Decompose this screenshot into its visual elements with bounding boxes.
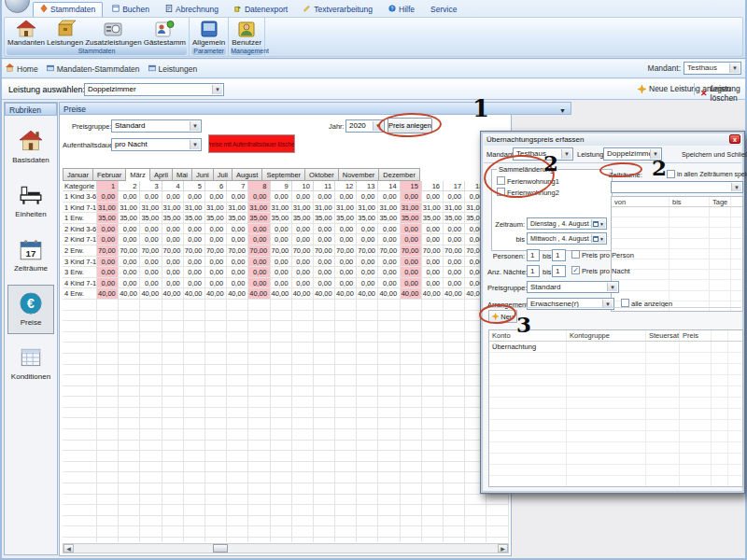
price-cell[interactable]: 0,00 [162,234,184,245]
leistung-select[interactable]: Doppelzimmer ▼ [84,83,224,96]
ribbon-tab-hilfe[interactable]: ?Hilfe [382,2,421,17]
price-cell[interactable]: 35,00 [205,213,227,224]
price-cell[interactable]: 40,00 [227,288,248,300]
price-cell[interactable]: 31,00 [335,203,357,214]
price-cell[interactable]: 35,00 [444,213,465,224]
price-cell[interactable]: 0,00 [444,224,465,235]
price-cell[interactable]: 35,00 [292,213,314,224]
month-tab-november[interactable]: November [339,168,380,181]
price-cell[interactable]: 40,00 [422,288,444,300]
price-cell[interactable]: 0,00 [248,234,270,245]
price-cell[interactable]: 31,00 [248,203,270,214]
price-cell[interactable]: 0,00 [184,257,205,268]
price-cell[interactable]: 0,00 [271,234,292,245]
price-cell[interactable]: 0,00 [140,191,162,203]
price-cell[interactable]: 31,00 [444,203,465,214]
zeitraeume-checkbox[interactable] [667,170,675,178]
price-cell[interactable]: 0,00 [357,257,378,268]
ribbon-button-mandanten[interactable]: Mandanten [7,19,46,47]
price-cell[interactable]: 70,00 [357,245,378,257]
price-cell[interactable]: 0,00 [422,224,444,235]
price-cell[interactable]: 31,00 [140,203,162,214]
price-cell[interactable]: 0,00 [184,224,205,235]
price-cell[interactable]: 0,00 [205,191,227,203]
price-cell[interactable]: 35,00 [401,213,422,224]
price-cell[interactable]: 0,00 [248,278,270,289]
price-cell[interactable]: 70,00 [227,245,248,257]
price-cell[interactable]: 0,00 [97,257,119,268]
price-cell[interactable]: 35,00 [357,213,378,224]
konto-table[interactable]: KontoKontogruppeSteuersatzPreisÜbernacht… [488,329,743,487]
price-cell[interactable]: 0,00 [205,278,227,289]
price-cell[interactable]: 0,00 [444,278,465,289]
chevron-down-icon[interactable]: ▼ [559,105,566,117]
price-cell[interactable]: 35,00 [335,213,357,224]
price-cell[interactable]: 35,00 [271,213,292,224]
price-cell[interactable]: 35,00 [140,213,162,224]
month-tab-juli[interactable]: Juli [214,168,233,181]
scroll-right-icon[interactable]: ▶ [498,544,508,553]
price-cell[interactable]: 70,00 [444,245,465,257]
price-cell[interactable]: 0,00 [401,278,422,289]
ribbon-button-zusatzleistungen[interactable]: Zusatzleistungen [84,19,142,47]
price-cell[interactable]: 0,00 [162,257,184,268]
ribbon-button-benutzer[interactable]: Benutzer [231,19,262,47]
price-cell[interactable]: 0,00 [271,257,292,268]
price-cell[interactable]: 0,00 [248,224,270,235]
ribbon-button-gästestamm[interactable]: Gästestamm [143,19,187,47]
price-cell[interactable]: 0,00 [162,267,184,278]
price-cell[interactable]: 0,00 [140,257,162,268]
price-cell[interactable]: 0,00 [357,234,378,245]
ribbon-button-allgemein[interactable]: Allgemein [191,19,226,47]
price-cell[interactable]: 35,00 [378,213,400,224]
dialog-preisgruppe-select[interactable]: Standard ▼ [527,281,619,293]
price-cell[interactable]: 40,00 [184,288,205,300]
price-cell[interactable]: 0,00 [314,234,335,245]
price-cell[interactable]: 0,00 [271,267,292,278]
price-cell[interactable]: 70,00 [248,245,270,257]
price-cell[interactable]: 31,00 [314,203,335,214]
price-cell[interactable]: 70,00 [97,245,119,257]
price-cell[interactable]: 31,00 [401,203,422,214]
price-cell[interactable]: 0,00 [97,234,119,245]
price-cell[interactable]: 0,00 [248,267,270,278]
price-cell[interactable]: 0,00 [97,267,119,278]
price-cell[interactable]: 35,00 [184,213,205,224]
calendar-picker-icon[interactable]: ▼ [591,234,605,243]
price-cell[interactable]: 0,00 [444,191,465,203]
price-cell[interactable]: 31,00 [292,203,314,214]
price-cell[interactable]: 0,00 [401,191,422,203]
zeitraum-date-picker[interactable]: Dienstag , 4. August 2020 ▼ [527,217,607,230]
price-cell[interactable]: 0,00 [184,234,205,245]
price-cell[interactable]: 0,00 [205,224,227,235]
price-cell[interactable]: 31,00 [271,203,292,214]
price-cell[interactable]: 0,00 [357,191,378,203]
price-cell[interactable]: 0,00 [248,191,270,203]
preis-pro-nacht-checkbox[interactable]: ✓ [571,266,580,274]
price-cell[interactable]: 70,00 [422,245,444,257]
price-cell[interactable]: 0,00 [140,224,162,235]
price-cell[interactable]: 0,00 [162,224,184,235]
price-cell[interactable]: 0,00 [184,191,205,203]
price-cell[interactable]: 0,00 [292,257,314,268]
price-cell[interactable]: 40,00 [357,288,378,300]
price-cell[interactable]: 0,00 [422,234,444,245]
breadcrumb-item-home[interactable]: Home [6,63,38,74]
price-cell[interactable]: 40,00 [205,288,227,300]
scroll-left-icon[interactable]: ◀ [63,544,74,553]
price-cell[interactable]: 70,00 [378,245,400,257]
price-cell[interactable]: 31,00 [378,203,400,214]
price-cell[interactable]: 31,00 [162,203,184,214]
price-cell[interactable]: 0,00 [140,278,162,289]
price-cell[interactable]: 0,00 [378,234,400,245]
price-cell[interactable]: 0,00 [378,224,400,235]
mandant-select[interactable]: Testhaus ▼ [684,62,741,75]
leistung-loeschen-button[interactable]: ✕ Leistung löschen [698,82,745,105]
price-cell[interactable]: 0,00 [335,234,357,245]
price-cell[interactable]: 0,00 [227,224,248,235]
price-cell[interactable]: 0,00 [205,234,227,245]
personen-bis-input[interactable]: 1 [552,249,566,261]
price-cell[interactable]: 31,00 [227,203,248,214]
calendar-picker-icon[interactable]: ▼ [591,219,605,228]
price-cell[interactable]: 40,00 [271,288,292,300]
